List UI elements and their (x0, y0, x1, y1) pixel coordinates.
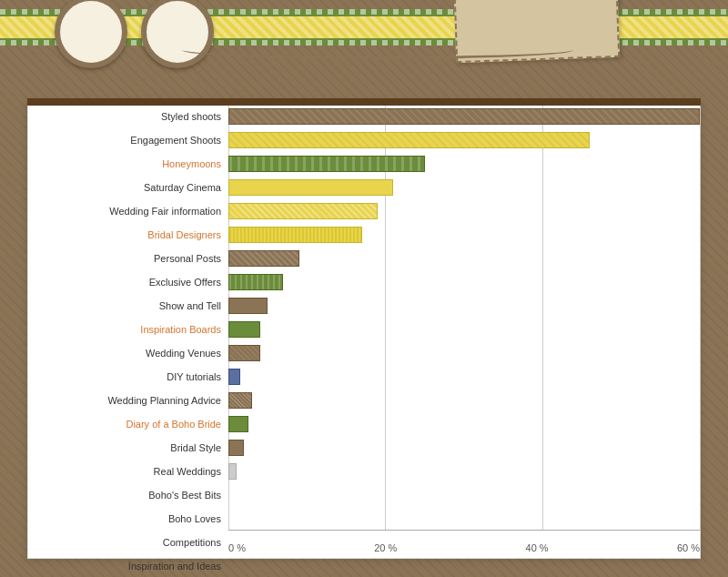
chart-row: Personal Posts (28, 248, 700, 269)
row-label: Inspiration and Ideas (28, 561, 228, 572)
bar-container (228, 248, 700, 269)
bar-container (228, 295, 700, 317)
bar-container (228, 413, 700, 435)
bar-container (228, 271, 700, 293)
chart-bar (228, 321, 260, 338)
chart-row: Wedding Venues (28, 342, 700, 364)
chart-row: Wedding Fair information (28, 200, 700, 222)
chart-paper: Styled shootsEngagement ShootsHoneymoons… (27, 100, 701, 559)
bar-container (228, 224, 700, 246)
row-label: DIY tutorials (28, 371, 228, 382)
chart-row: DIY tutorials (28, 366, 700, 388)
chart-row: Inspiration and Ideas (28, 555, 700, 577)
chart-bar (228, 392, 252, 409)
bar-container (228, 200, 700, 222)
row-label: Personal Posts (28, 253, 228, 264)
row-label: Competitions (28, 537, 228, 548)
row-label: Engagement Shoots (28, 135, 228, 146)
x-axis-line (228, 530, 700, 531)
bar-container (228, 555, 700, 577)
green-ribbon (0, 9, 728, 46)
rows-container: Styled shootsEngagement ShootsHoneymoons… (28, 106, 700, 526)
row-label: Real Weddings (28, 466, 228, 477)
chart-bar (228, 179, 393, 196)
chart-row: Honeymoons (28, 153, 700, 175)
row-label: Exclusive Offers (28, 277, 228, 288)
row-label: Boho's Best Bits (28, 490, 228, 501)
tag-text (467, 2, 607, 53)
row-label: Saturday Cinema (28, 182, 228, 193)
chart-row: Exclusive Offers (28, 271, 700, 293)
chart-row: Styled shoots (28, 106, 700, 127)
x-axis: 0 % 20 % 40 % 60 % (228, 542, 700, 553)
chart-row: Bridal Designers (28, 224, 700, 246)
chart-row: Wedding Planning Advice (28, 390, 700, 411)
top-banner (0, 0, 728, 100)
x-label-40: 40 % (526, 542, 549, 553)
bar-container (228, 129, 700, 151)
row-label: Honeymoons (28, 158, 228, 169)
chart-row: Bridal Style (28, 437, 700, 459)
row-label: Wedding Planning Advice (28, 395, 228, 406)
bar-container (228, 106, 700, 127)
chart-bar (228, 156, 425, 172)
row-label: Wedding Venues (28, 348, 228, 359)
row-label: Boho Loves (28, 513, 228, 524)
chart-row: Boho's Best Bits (28, 484, 700, 506)
row-label: Wedding Fair information (28, 206, 228, 217)
row-label: Inspiration Boards (28, 324, 228, 335)
chart-row: Diary of a Boho Bride (28, 413, 700, 435)
bar-container (228, 484, 700, 506)
bar-container (228, 153, 700, 175)
chart-row: Real Weddings (28, 461, 700, 482)
chart-bar (228, 463, 237, 480)
bar-container (228, 177, 700, 198)
row-label: Bridal Designers (28, 229, 228, 240)
decorative-string (182, 41, 573, 59)
bar-container (228, 390, 700, 411)
chart-bar (228, 250, 299, 267)
chart-bar (228, 416, 248, 432)
bar-container (228, 461, 700, 482)
bar-container (228, 437, 700, 459)
brown-bar (27, 98, 701, 106)
chart-row: Engagement Shoots (28, 129, 700, 151)
x-label-60: 60 % (677, 542, 700, 553)
bar-container (228, 508, 700, 530)
yellow-strip (0, 16, 728, 38)
chart-bar (228, 345, 260, 361)
chart-bar (228, 108, 700, 125)
chart-row: Boho Loves (28, 508, 700, 530)
x-label-20: 20 % (374, 542, 397, 553)
chart-bar (228, 227, 362, 243)
chart-bar (228, 298, 268, 314)
chart-row: Saturday Cinema (28, 177, 700, 198)
row-label: Styled shoots (28, 111, 228, 122)
chart-bar (228, 203, 378, 219)
row-label: Diary of a Boho Bride (28, 419, 228, 430)
chart-bar (228, 369, 240, 385)
question-tag (454, 0, 620, 63)
chart-row: Show and Tell (28, 295, 700, 317)
chart-bar (228, 440, 244, 456)
row-label: Bridal Style (28, 442, 228, 453)
bar-container (228, 319, 700, 340)
badge-2 (55, 0, 127, 68)
chart-row: Inspiration Boards (28, 319, 700, 340)
chart-bar (228, 274, 283, 290)
badge-3 (141, 0, 214, 68)
x-label-0: 0 % (228, 542, 246, 553)
bar-container (228, 342, 700, 364)
grid-line-60 (700, 101, 701, 531)
bar-container (228, 366, 700, 388)
row-label: Show and Tell (28, 300, 228, 311)
chart-bar (228, 132, 590, 148)
